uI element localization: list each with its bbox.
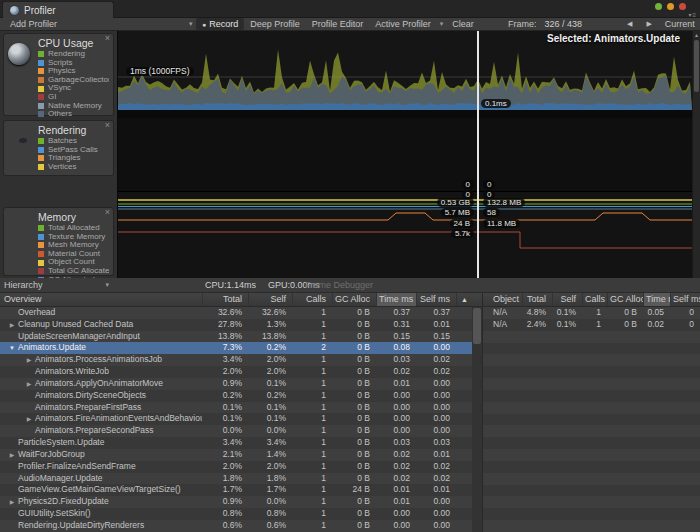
red-status-icon [679, 3, 686, 10]
column-header-gc-alloc[interactable]: GC Alloc [332, 293, 376, 306]
legend-item[interactable]: Scripts [38, 59, 109, 68]
scroll-up-icon[interactable]: ▲ [693, 31, 700, 39]
cpu-chart[interactable] [118, 31, 692, 118]
table-row[interactable]: UpdateScreenManagerAndInput13.8%13.8%10 … [0, 331, 482, 343]
column-header-total[interactable]: Total [522, 293, 552, 306]
record-button[interactable]: ●Record [196, 18, 244, 30]
collapsed-icon[interactable]: ▶ [6, 450, 18, 461]
close-icon[interactable]: × [105, 208, 110, 217]
table-row[interactable]: Animators.DirtySceneObjects0.2%0.2%10 B0… [0, 390, 482, 402]
chart-stack[interactable]: Selected: Animators.Update 1ms (1000FPS)… [118, 31, 692, 278]
add-profiler-dropdown[interactable]: Add Profiler [4, 18, 63, 30]
rendering-chart[interactable] [118, 118, 692, 192]
charts-scrollbar-thumb[interactable] [694, 40, 699, 92]
column-header-self[interactable]: Self [248, 293, 292, 306]
console-status-dots [655, 3, 686, 10]
table-row[interactable]: Overhead32.6%32.6%10 B0.370.37 [0, 307, 482, 319]
sort-ascending-icon[interactable]: ▲ [456, 293, 472, 306]
table-row[interactable]: AudioManager.Update1.8%1.8%10 B0.020.02 [0, 473, 482, 485]
overview-scrollbar[interactable] [472, 307, 482, 532]
table-row[interactable]: ▶Animators.ApplyOnAnimatorMove0.9%0.1%10… [0, 378, 482, 390]
column-header-time-ms[interactable]: Time ms [643, 293, 670, 306]
table-row[interactable]: ▶Animators.FireAnimationEventsAndBehavio… [0, 413, 482, 425]
memory-panel[interactable]: × Memory Total AllocatedTexture MemoryMe… [3, 207, 114, 276]
close-icon[interactable]: × [105, 34, 110, 43]
add-profiler-caret-icon[interactable]: ▾ [186, 18, 196, 30]
table-row[interactable]: GameView.GetMainGameViewTargetSize()1.7%… [0, 484, 482, 496]
current-frame-button[interactable]: Current [659, 18, 700, 30]
profile-editor-button[interactable]: Profile Editor [306, 18, 370, 30]
table-row[interactable]: ▶WaitForJobGroup2.1%1.4%10 B0.020.01 [0, 449, 482, 461]
legend-item[interactable]: Texture Memory [38, 233, 109, 242]
table-row[interactable]: ▼Animators.Update7.3%0.2%20 B0.080.00 [0, 342, 482, 354]
legend-item[interactable]: Material Count [38, 250, 109, 259]
close-icon[interactable]: × [105, 121, 110, 130]
tab-context-menu-icon[interactable]: ▾≡ [688, 11, 697, 18]
collapsed-icon[interactable]: ▶ [23, 355, 35, 366]
column-header-self[interactable]: Self [552, 293, 582, 306]
legend-item[interactable]: Native Memory [38, 102, 109, 111]
frame-debugger-button[interactable]: Frame Debugger [305, 278, 373, 292]
legend-item[interactable]: Total Allocated [38, 224, 109, 233]
active-profiler-button[interactable]: Active Profiler [369, 18, 437, 30]
table-row[interactable]: N/A2.4%0.1%10 B0.020 [483, 319, 700, 331]
charts-scrollbar[interactable]: ▲ [692, 31, 700, 278]
legend-item[interactable]: Object Count [38, 258, 109, 267]
expanded-icon[interactable]: ▼ [6, 343, 18, 354]
next-frame-button[interactable]: ▶ [639, 18, 658, 30]
collapsed-icon[interactable]: ▶ [6, 320, 18, 331]
legend-item[interactable]: GI [38, 93, 109, 102]
clear-button[interactable]: Clear [446, 18, 480, 30]
hierarchy-dropdown[interactable]: Hierarchy [4, 278, 43, 292]
column-header-calls[interactable]: Calls [582, 293, 607, 306]
legend-item[interactable]: Batches [38, 137, 109, 146]
overview-scrollbar-thumb[interactable] [473, 308, 481, 344]
rendering-panel[interactable]: × Rendering BatchesSetPass CallsTriangle… [3, 120, 114, 176]
collapsed-icon[interactable]: ▶ [23, 414, 35, 425]
table-row[interactable]: Animators.PrepareFirstPass0.1%0.1%10 B0.… [0, 402, 482, 414]
table-row[interactable]: ParticleSystem.Update3.4%3.4%10 B0.030.0… [0, 437, 482, 449]
legend-item[interactable]: Triangles [38, 154, 109, 163]
legend-color-swatch [38, 164, 44, 170]
legend-item[interactable]: GarbageCollector [38, 76, 109, 85]
table-row[interactable]: N/A4.8%0.1%10 B0.050 [483, 307, 700, 319]
deep-profile-button[interactable]: Deep Profile [244, 18, 306, 30]
legend-item[interactable]: SetPass Calls [38, 146, 109, 155]
collapsed-icon[interactable]: ▶ [23, 379, 35, 390]
legend-item[interactable]: Others [38, 110, 109, 119]
active-profiler-caret-icon[interactable]: ▾ [437, 18, 447, 30]
collapsed-icon[interactable]: ▶ [6, 497, 18, 508]
column-header-total[interactable]: Total [202, 293, 248, 306]
table-row[interactable]: GUIUtility.SetSkin()0.8%0.8%10 B0.000.00 [0, 508, 482, 520]
column-header-calls[interactable]: Calls [292, 293, 332, 306]
cpu-usage-panel[interactable]: × CPU Usage RenderingScriptsPhysicsGarba… [3, 33, 114, 116]
legend-item[interactable]: Total GC Allocated [38, 267, 109, 276]
table-row[interactable]: Profiler.FinalizeAndSendFrame2.0%2.0%10 … [0, 461, 482, 473]
column-header-self-ms[interactable]: Self ms [670, 293, 700, 306]
column-header-self-ms[interactable]: Self ms [416, 293, 456, 306]
legend-color-swatch [38, 111, 44, 117]
column-header-gc-alloc[interactable]: GC Alloc [607, 293, 643, 306]
column-header-object[interactable]: Object [483, 293, 522, 306]
memory-chart[interactable] [118, 192, 692, 278]
table-row[interactable]: ▶Animators.ProcessAnimationsJob3.4%2.0%1… [0, 354, 482, 366]
legend-color-swatch [38, 77, 44, 83]
table-row[interactable]: Animators.WriteJob2.0%2.0%10 B0.020.02 [0, 366, 482, 378]
table-row[interactable]: Rendering.UpdateDirtyRenderers0.6%0.6%10… [0, 520, 482, 532]
rendering-legend: BatchesSetPass CallsTrianglesVertices [38, 137, 109, 171]
table-row[interactable]: ▶Cleanup Unused Cached Data27.8%1.3%10 B… [0, 319, 482, 331]
legend-item[interactable]: Rendering [38, 50, 109, 59]
column-header-overview[interactable]: Overview [0, 293, 202, 306]
prev-frame-button[interactable]: ◀ [620, 18, 639, 30]
table-row[interactable]: Animators.PrepareSecondPass0.0%0.0%10 B0… [0, 425, 482, 437]
table-row[interactable]: ▶Physics2D.FixedUpdate0.9%0.0%10 B0.010.… [0, 496, 482, 508]
legend-item[interactable]: Mesh Memory [38, 241, 109, 250]
profiler-tab[interactable]: Profiler [2, 1, 114, 18]
hierarchy-caret-icon[interactable]: ▾ [103, 278, 113, 292]
column-header-time-ms[interactable]: Time ms [376, 293, 416, 306]
legend-item[interactable]: VSync [38, 84, 109, 93]
legend-item[interactable]: Vertices [38, 163, 109, 172]
selected-frame-line[interactable] [477, 31, 479, 278]
legend-item[interactable]: Physics [38, 67, 109, 76]
legend-color-swatch [38, 68, 44, 74]
